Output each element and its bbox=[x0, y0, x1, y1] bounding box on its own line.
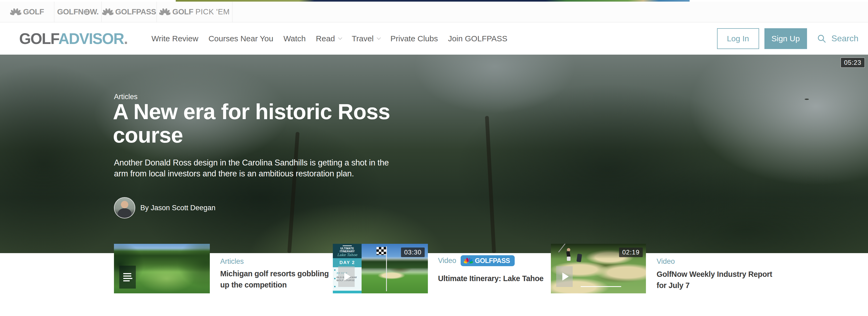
golfadvisor-logo[interactable]: GOLFADVISOR. bbox=[19, 30, 127, 48]
card-category-row: Video GOLFPASS bbox=[438, 255, 515, 266]
article-icon bbox=[119, 266, 136, 289]
nbc-peacock-icon bbox=[464, 258, 473, 264]
card-thumbnail-golfnow-weekly-video[interactable]: 02:19 bbox=[551, 244, 646, 293]
nav-link-label: Watch bbox=[283, 34, 306, 43]
card-thumbnail-michigan-resorts[interactable] bbox=[114, 244, 210, 293]
play-button[interactable] bbox=[338, 266, 355, 287]
card-category-articles[interactable]: Articles bbox=[220, 257, 244, 266]
itinerary-logo-bar bbox=[343, 246, 352, 246]
nav-link-label: Read bbox=[316, 34, 335, 43]
search-label: Search bbox=[832, 34, 859, 44]
brand-link-golfpass[interactable]: GOLFPASS bbox=[102, 2, 157, 22]
itinerary-subheader: Lake Tahoe bbox=[333, 253, 362, 257]
search-control[interactable]: Search bbox=[817, 34, 859, 44]
globe-icon bbox=[84, 9, 90, 15]
author-name[interactable]: By Jason Scott Deegan bbox=[140, 204, 215, 212]
nav-link-read[interactable]: Read bbox=[316, 34, 342, 43]
hero-byline: By Jason Scott Deegan bbox=[114, 197, 215, 219]
golf-bag bbox=[577, 254, 582, 262]
bird bbox=[805, 98, 809, 100]
play-button[interactable] bbox=[556, 266, 573, 287]
logo-golf: GOLF bbox=[19, 30, 58, 47]
card-category-video[interactable]: Video bbox=[438, 257, 456, 265]
nav-link-courses-near-you[interactable]: Courses Near You bbox=[209, 34, 274, 43]
nav-link-label: Travel bbox=[352, 34, 374, 43]
golfadvisor-homepage: GOLF GOLFNW. GOLFPASS bbox=[0, 0, 868, 316]
card-title[interactable]: Ultimate Itinerary: Lake Tahoe bbox=[438, 273, 557, 284]
itinerary-footer-bar bbox=[333, 291, 362, 293]
golfpass-badge[interactable]: GOLFPASS bbox=[461, 255, 515, 266]
itinerary-tick bbox=[334, 286, 336, 287]
nav-link-travel[interactable]: Travel bbox=[352, 34, 380, 43]
nbc-peacock-icon bbox=[102, 8, 114, 16]
tree-trunk bbox=[485, 116, 496, 253]
video-duration-badge: 03:30 bbox=[401, 248, 425, 257]
logo-dot: . bbox=[124, 30, 127, 47]
logo-advisor: ADVISOR bbox=[58, 30, 124, 47]
chevron-down-icon bbox=[377, 36, 381, 40]
card-thumbnail-lake-tahoe-video[interactable]: ULTIMATE ITINERARY Lake Tahoe DAY 2 AM G… bbox=[333, 244, 428, 293]
play-icon bbox=[344, 272, 351, 281]
nav-link-label: Courses Near You bbox=[209, 34, 274, 43]
nav-links: Write Review Courses Near You Watch Read… bbox=[152, 34, 507, 43]
itinerary-tick bbox=[334, 278, 336, 279]
nav-link-label: Write Review bbox=[152, 34, 198, 43]
brand-link-golf[interactable]: GOLF bbox=[0, 2, 54, 22]
checkered-flag bbox=[376, 247, 386, 255]
search-icon bbox=[817, 34, 826, 43]
brand-link-golfnow[interactable]: GOLFNW. bbox=[54, 2, 102, 22]
chevron-down-icon bbox=[338, 36, 342, 40]
brand-label-golfpass: GOLFPASS bbox=[115, 7, 156, 16]
brand-label-pickem-golf: GOLF bbox=[172, 7, 193, 16]
nbc-peacock-icon bbox=[159, 8, 170, 16]
hero-subtitle: Another Donald Ross design in the Caroli… bbox=[114, 157, 392, 179]
itinerary-tick bbox=[334, 269, 336, 271]
nav-right-controls: Log In Sign Up Search bbox=[717, 28, 859, 49]
main-nav: GOLFADVISOR. Write Review Courses Near Y… bbox=[0, 22, 868, 55]
itinerary-day-label: DAY 2 bbox=[333, 258, 362, 267]
nav-link-private-clubs[interactable]: Private Clubs bbox=[390, 34, 438, 43]
nav-link-join-golfpass[interactable]: Join GOLFPASS bbox=[448, 34, 507, 43]
brand-label-pickem: PICK 'EM bbox=[195, 7, 230, 16]
hero-video-duration-badge: 05:23 bbox=[841, 58, 865, 68]
itinerary-header: ULTIMATE ITINERARY bbox=[333, 247, 362, 253]
login-button[interactable]: Log In bbox=[717, 28, 759, 49]
flag-pole bbox=[386, 247, 387, 291]
hero-section: Articles A New era for historic Ross cou… bbox=[0, 55, 868, 253]
nbc-peacock-icon bbox=[10, 8, 21, 16]
card-title[interactable]: GolfNow Weekly Industry Report for July … bbox=[657, 268, 776, 291]
card-title[interactable]: Michigan golf resorts gobbling up the co… bbox=[220, 268, 339, 290]
nav-link-label: Join GOLFPASS bbox=[448, 34, 507, 43]
nav-link-watch[interactable]: Watch bbox=[283, 34, 306, 43]
tree-trunk bbox=[287, 132, 300, 253]
golfpass-badge-label: GOLFPASS bbox=[475, 257, 510, 265]
nav-link-write-review[interactable]: Write Review bbox=[152, 34, 198, 43]
brand-bar: GOLF GOLFNW. GOLFPASS bbox=[0, 2, 868, 22]
brand-label-golfnow-pre: GOLFN bbox=[57, 7, 84, 16]
brand-link-golf-pickem[interactable]: GOLF PICK 'EM bbox=[157, 2, 232, 22]
hero-headline[interactable]: A New era for historic Ross course bbox=[113, 100, 454, 147]
video-duration-badge: 02:19 bbox=[619, 248, 643, 257]
nav-link-label: Private Clubs bbox=[390, 34, 438, 43]
author-avatar[interactable] bbox=[114, 197, 135, 219]
card-category-video[interactable]: Video bbox=[657, 257, 675, 266]
play-icon bbox=[562, 272, 569, 281]
signup-button[interactable]: Sign Up bbox=[765, 28, 807, 49]
brand-label-golfnow-post: W. bbox=[90, 7, 99, 16]
brand-label-golf: GOLF bbox=[23, 7, 44, 16]
video-progress-line bbox=[581, 286, 621, 287]
